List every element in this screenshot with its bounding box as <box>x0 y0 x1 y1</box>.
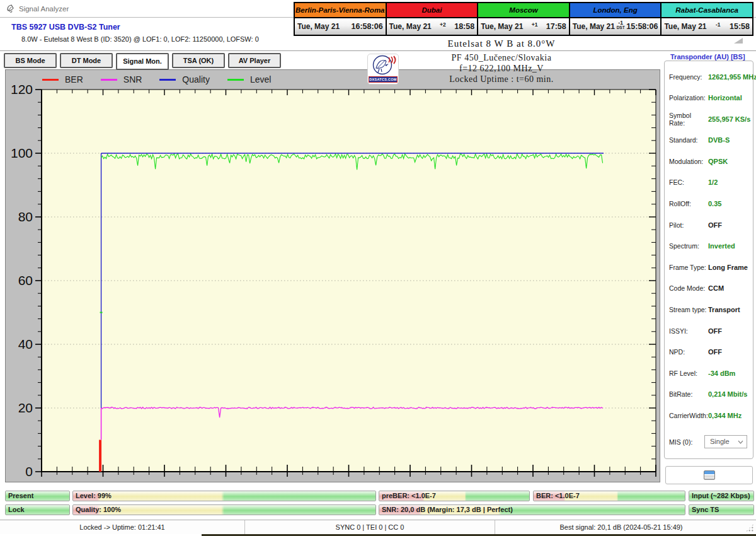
signal-chart: 020406080100120 <box>6 70 660 482</box>
transponder-row-spectrum: Spectrum:Inverted <box>669 240 751 253</box>
transponder-row-fec: FEC:1/2 <box>669 176 751 189</box>
clock-time-value: 15:58:06 <box>626 22 658 31</box>
clock-city-label: Berlin-Paris-Vienna-Roma <box>295 6 384 14</box>
clock-utc-offset: +2 <box>440 24 446 30</box>
clock-time-rabat-casablanca: Tue, May 21-115:58 <box>660 18 752 35</box>
transponder-row-standard: Standard:DVB-S <box>669 134 751 147</box>
field-value: Horizontal <box>708 94 742 102</box>
meter-label-prebber: preBER: <1.0E-7 <box>382 491 436 501</box>
header-divider <box>0 50 756 51</box>
field-value: Long Frame <box>708 264 748 271</box>
meter-snr: SNR: 20,0 dB (Margin: 17,3 dB | Perfect) <box>379 504 685 515</box>
svg-text:120: 120 <box>11 82 33 96</box>
field-label: Spectrum: <box>669 242 708 250</box>
clock-city-dubai: Dubai <box>386 3 478 17</box>
window-title: Signal Analyzer <box>19 0 69 18</box>
clock-time-berlin-paris-vienna-roma: Tue, May 2116:58:06 <box>295 18 386 35</box>
field-label: Standard: <box>669 136 708 144</box>
clock-city-label: Dubai <box>421 6 442 14</box>
field-label: RF Level: <box>669 370 708 377</box>
satellite-name-line: Eutelsat 8 W B at 8.0°W <box>273 38 730 49</box>
transponder-row-npd: NPD:OFF <box>669 346 751 359</box>
field-label: BitRate: <box>669 390 708 398</box>
meter-quality: Quality: 100% <box>72 504 376 515</box>
clock-time-value: 15:58 <box>730 22 750 31</box>
field-label: Stream type: <box>669 306 708 313</box>
clock-city-london-eng: London, Eng <box>569 3 661 17</box>
field-value: Inverted <box>708 242 735 250</box>
mis-selected-value: Single <box>710 438 730 445</box>
mis-label: MIS (0): <box>669 438 704 446</box>
tab-dt-mode[interactable]: DT Mode <box>60 53 113 68</box>
field-value: OFF <box>708 348 722 356</box>
device-title: TBS 5927 USB DVB-S2 Tuner <box>11 23 120 32</box>
meter-level: Level: 99% <box>72 491 376 501</box>
transponder-row-code-mode: Code Mode:CCM <box>669 282 751 295</box>
tab-av-player[interactable]: AV Player <box>228 53 281 68</box>
clock-city-berlin-paris-vienna-roma: Berlin-Paris-Vienna-Roma <box>295 3 386 17</box>
mis-dropdown[interactable]: Single <box>704 435 747 448</box>
export-button[interactable] <box>665 466 753 484</box>
dxsatcs-logo: DXSATCS.COM <box>367 54 399 84</box>
transponder-row-rolloff: RollOff:0.35 <box>669 197 751 211</box>
field-value: 12621,955 MHz <box>708 73 756 81</box>
field-value: 0.35 <box>708 200 721 207</box>
meter-ber: BER: <1.0E-7 <box>533 491 685 501</box>
meter-label-present: Present <box>8 491 33 501</box>
status-sync-counters: SYNC 0 | TEI 0 | CC 0 <box>245 520 495 535</box>
transponder-row-symbol-rate: Symbol Rate:255,957 KS/s <box>669 112 751 125</box>
field-label: NPD: <box>669 348 708 356</box>
transponder-row-pilot: Pilot:OFF <box>669 218 751 231</box>
chevron-down-icon <box>738 440 743 444</box>
field-label: Modulation: <box>669 158 708 165</box>
transponder-row-modulation: Modulation:QPSK <box>669 154 751 168</box>
dxsatcs-logo-art <box>369 54 398 76</box>
field-value: -34 dBm <box>708 370 735 377</box>
svg-text:100: 100 <box>11 146 33 160</box>
clock-utc-offset: -1DST <box>617 22 625 32</box>
transponder-field-list: Frequency:12621,955 MHzPolarization:Hori… <box>669 70 751 430</box>
tab-tsa-ok[interactable]: TSA (OK) <box>172 53 225 68</box>
dxsatcs-logo-text: DXSATCS.COM <box>369 76 398 83</box>
status-uptime: Locked -> Uptime: 01:21:41 <box>0 520 245 535</box>
transponder-row-issyi: ISSYI:OFF <box>669 324 751 337</box>
meter-prebber: preBER: <1.0E-7 <box>379 491 530 501</box>
device-subtitle: 8.0W - Eutelsat 8 West B (ID: 3520) @ LO… <box>21 35 259 43</box>
clock-city-label: Moscow <box>509 6 537 14</box>
field-value: DVB-S <box>708 136 730 144</box>
field-value: Transport <box>708 306 740 313</box>
clock-city-rabat-casablanca: Rabat-Casablanca <box>660 3 752 17</box>
tab-bs-mode[interactable]: BS Mode <box>4 53 57 68</box>
transponder-row-rf-level: RF Level:-34 dBm <box>669 366 751 380</box>
offset-value: +1 <box>532 22 538 28</box>
meter-label-ber: BER: <1.0E-7 <box>536 491 580 501</box>
signal-analyzer-window: Signal Analyzer TBS 5927 USB DVB-S2 Tune… <box>0 0 756 536</box>
clock-time-value: 18:58 <box>454 22 474 31</box>
field-label: Pilot: <box>669 221 708 229</box>
mode-tab-bar: BS ModeDT ModeSignal Mon.TSA (OK)AV Play… <box>4 53 281 70</box>
field-value: QPSK <box>708 158 728 165</box>
field-label: ISSYI: <box>669 327 708 335</box>
field-value: 255,957 KS/s <box>708 115 750 123</box>
clock-city-label: London, Eng <box>593 6 637 14</box>
clock-utc-offset: +1 <box>532 24 538 30</box>
meter-label-snr: SNR: 20,0 dB (Margin: 17,3 dB | Perfect) <box>382 505 513 515</box>
svg-text:60: 60 <box>18 273 33 288</box>
svg-text:40: 40 <box>18 337 33 351</box>
field-label: CarrierWidth: <box>669 412 708 419</box>
signal-chart-panel: BERSNRQualityLevel 020406080100120 <box>5 69 660 482</box>
pointer-artifact-icon <box>734 38 743 44</box>
field-label: RollOff: <box>669 200 708 207</box>
meter-lock: Lock <box>5 504 70 515</box>
meter-label-input: Input (~282 Kbps) <box>692 491 750 501</box>
field-value: 1/2 <box>708 178 718 186</box>
clock-time-row: Tue, May 2116:58:06Tue, May 21+218:58Tue… <box>295 18 752 35</box>
clock-date: Tue, May 21 <box>481 22 523 31</box>
transponder-row-polarization: Polarization:Horizontal <box>669 91 751 105</box>
tab-signal-mon[interactable]: Signal Mon. <box>116 53 169 70</box>
field-label: FEC: <box>669 178 708 186</box>
field-label: Frequency: <box>669 73 708 81</box>
field-value: 0,214 Mbit/s <box>708 390 747 398</box>
transponder-row-bitrate: BitRate:0,214 Mbit/s <box>669 388 751 401</box>
satellite-dish-icon <box>6 4 16 13</box>
